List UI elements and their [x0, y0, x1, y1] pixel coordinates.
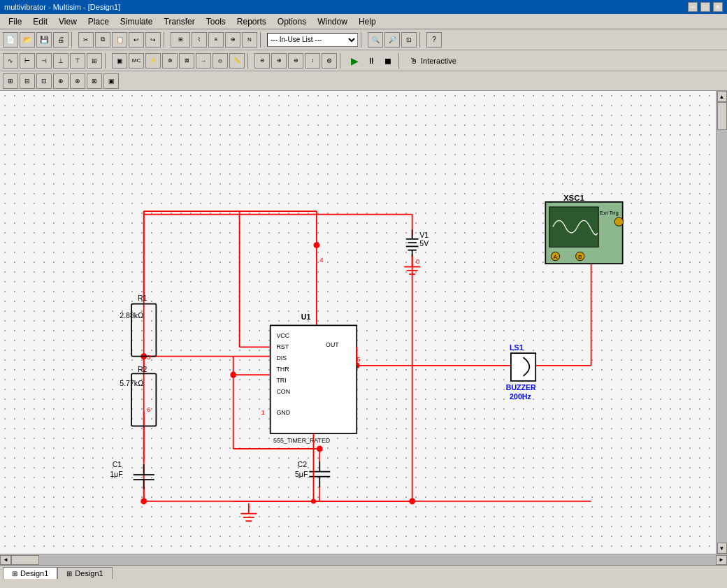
- tb2-btn18[interactable]: ↕: [305, 53, 320, 69]
- maximize-button[interactable]: □: [700, 2, 710, 12]
- menu-view[interactable]: View: [53, 15, 82, 28]
- tb3-btn5[interactable]: ⊗: [70, 73, 85, 89]
- menu-file[interactable]: File: [3, 15, 27, 28]
- tb2-btn14[interactable]: 📏: [229, 53, 245, 69]
- bus-button[interactable]: ≡: [208, 32, 224, 48]
- net-btn[interactable]: N: [242, 32, 257, 48]
- tb2-btn7[interactable]: ▣: [112, 53, 127, 69]
- scroll-track-bottom: [11, 555, 716, 565]
- toolbar-sim: ∿ ⊢ ⊣ ⊥ ⊤ ⊞ ▣ MC ⚡ ⊗ ⊠ → ⌾ 📏 ⊖ ⊕ ⊕ ↕ ⚙ ▶…: [0, 50, 727, 71]
- menu-reports[interactable]: Reports: [231, 15, 272, 28]
- zoom-fit-btn[interactable]: ⊡: [401, 32, 417, 48]
- save-button[interactable]: 💾: [36, 32, 52, 48]
- c1-label: C1: [113, 460, 122, 468]
- in-use-list[interactable]: --- In-Use List ---: [267, 33, 358, 47]
- toolbar-main: 📄 📂 💾 🖨 ✂ ⧉ 📋 ↩ ↪ ⊞ ⌇ ≡ ⊕ N --- In-Use L…: [0, 29, 727, 50]
- scroll-down-button[interactable]: ▼: [717, 543, 727, 554]
- help-btn[interactable]: ?: [426, 32, 442, 48]
- cut-button[interactable]: ✂: [78, 32, 94, 48]
- copy-button[interactable]: ⧉: [95, 32, 110, 48]
- wire-button[interactable]: ⌇: [192, 32, 207, 48]
- menu-tools[interactable]: Tools: [201, 15, 231, 28]
- scroll-right-button[interactable]: ►: [716, 555, 727, 565]
- tb2-btn17[interactable]: ⊕: [288, 53, 303, 69]
- tb3-btn3[interactable]: ⊡: [36, 73, 52, 89]
- u1-node4: 4: [319, 256, 324, 264]
- tb3-btn2[interactable]: ⊟: [20, 73, 35, 89]
- close-button[interactable]: ✕: [713, 2, 723, 12]
- tb2-btn8[interactable]: MC: [129, 53, 144, 69]
- schematic-canvas[interactable]: V1 5V 0 R1 2.88kΩ 3 R2 5.77kΩ 6: [0, 91, 716, 554]
- scroll-up-button[interactable]: ▲: [717, 91, 727, 102]
- tb2-btn12[interactable]: →: [196, 53, 211, 69]
- scroll-thumb-bottom[interactable]: [11, 555, 39, 565]
- menu-edit[interactable]: Edit: [27, 15, 53, 28]
- tb2-btn2[interactable]: ⊢: [20, 53, 35, 69]
- sim-pause-button[interactable]: ⏸: [364, 53, 379, 69]
- menu-place[interactable]: Place: [82, 15, 115, 28]
- scroll-thumb-right[interactable]: [717, 102, 727, 130]
- sim-play-button[interactable]: ▶: [347, 53, 362, 69]
- tb2-btn11[interactable]: ⊠: [179, 53, 194, 69]
- u1-sublabel: 555_TIMER_RATED: [273, 437, 330, 444]
- tb2-btn9[interactable]: ⚡: [145, 53, 161, 69]
- print-button[interactable]: 🖨: [53, 32, 69, 48]
- svg-point-14: [314, 243, 319, 248]
- tb2-btn13[interactable]: ⌾: [213, 53, 228, 69]
- title-text: multivibrator - Multisim - [Design1]: [4, 3, 120, 11]
- sep7: [247, 53, 252, 69]
- v1-label: V1: [419, 231, 429, 239]
- redo-button[interactable]: ↪: [145, 32, 161, 48]
- scroll-track-right: [717, 102, 727, 543]
- menu-window[interactable]: Window: [312, 15, 353, 28]
- r1-node: 3: [147, 353, 150, 361]
- junction-button[interactable]: ⊕: [225, 32, 240, 48]
- sep2: [164, 32, 168, 48]
- tab-design1-secondary[interactable]: ⊞ Design1: [57, 567, 112, 579]
- menu-simulate[interactable]: Simulate: [115, 15, 159, 28]
- scroll-left-button[interactable]: ◄: [0, 555, 11, 565]
- zoom-out-btn[interactable]: 🔎: [384, 32, 400, 48]
- menu-help[interactable]: Help: [353, 15, 382, 28]
- tb3-btn6[interactable]: ⊠: [87, 73, 102, 89]
- tb2-btn10[interactable]: ⊗: [162, 53, 178, 69]
- tb2-btn5[interactable]: ⊤: [70, 53, 85, 69]
- tb3-btn4[interactable]: ⊕: [53, 73, 69, 89]
- menu-options[interactable]: Options: [272, 15, 312, 28]
- tb2-btn4[interactable]: ⊥: [53, 53, 69, 69]
- tb3-btn1[interactable]: ⊞: [3, 73, 18, 89]
- tab-label-2: Design1: [75, 569, 103, 578]
- r2-label: R2: [138, 365, 147, 373]
- tb2-btn19[interactable]: ⚙: [322, 53, 337, 69]
- tab-design1-active[interactable]: ⊞ Design1: [3, 567, 57, 579]
- tb2-btn15[interactable]: ⊖: [254, 53, 270, 69]
- u1-pin-con: CON: [276, 388, 290, 395]
- ls1-value: 200Hz: [510, 392, 531, 401]
- menu-transfer[interactable]: Transfer: [159, 15, 201, 28]
- c1-value: 1μF: [110, 470, 123, 478]
- u1-label: U1: [301, 313, 311, 321]
- new-button[interactable]: 📄: [3, 32, 18, 48]
- tab-label-1: Design1: [20, 569, 48, 578]
- minimize-button[interactable]: ─: [688, 2, 698, 12]
- tb2-btn1[interactable]: ∿: [3, 53, 18, 69]
- tb2-btn16[interactable]: ⊕: [271, 53, 287, 69]
- paste-button[interactable]: 📋: [112, 32, 127, 48]
- tb2-btn3[interactable]: ⊣: [36, 53, 52, 69]
- sep4: [361, 32, 365, 48]
- sim-stop-button[interactable]: ◼: [380, 53, 396, 69]
- open-button[interactable]: 📂: [20, 32, 35, 48]
- tb3-btn7[interactable]: ▣: [103, 73, 119, 89]
- r2-value: 5.77kΩ: [120, 379, 143, 387]
- u1-pin-rst: RST: [276, 343, 289, 350]
- u1-pin-gnd: GND: [276, 409, 290, 416]
- zoom-in-btn[interactable]: 🔍: [368, 32, 383, 48]
- component-button[interactable]: ⊞: [171, 32, 190, 48]
- tb2-btn6[interactable]: ⊞: [87, 53, 102, 69]
- statusbar: ⊞ Design1 ⊞ Design1: [0, 565, 727, 580]
- svg-rect-67: [511, 353, 535, 381]
- u1-pin-thr: THR: [276, 366, 289, 373]
- undo-button[interactable]: ↩: [129, 32, 144, 48]
- interactive-button[interactable]: 🖱 Interactive: [405, 55, 461, 67]
- scrollbar-bottom: ◄ ►: [0, 554, 727, 565]
